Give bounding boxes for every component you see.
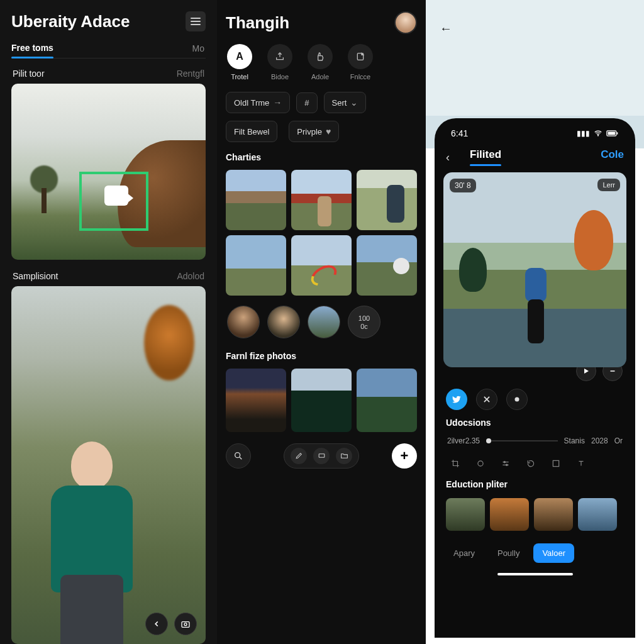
section-udocsions-label: Udocsions	[443, 418, 626, 428]
thumb-autumn-path[interactable]	[226, 170, 286, 230]
share-twitter-button[interactable]	[446, 389, 467, 410]
edit-icon[interactable]	[291, 448, 307, 464]
status-icons: ▮▮▮	[577, 128, 619, 138]
story-2[interactable]	[267, 306, 300, 338]
record-button[interactable]	[506, 389, 528, 410]
hero-photo[interactable]: 30' 8 Lerr	[443, 172, 626, 367]
thumb-gauge[interactable]	[291, 235, 352, 296]
filter-thumb-3[interactable]	[534, 498, 573, 531]
section-pilit-right: Rentgfl	[177, 69, 204, 79]
add-button[interactable]: +	[392, 443, 417, 469]
autumn-tree-graphic	[144, 305, 194, 380]
svg-rect-20	[553, 460, 558, 466]
center-panel: Thangih A Trotel Bidoe Adole	[217, 0, 426, 644]
pill-privple[interactable]: Privple ♥	[289, 121, 339, 142]
thumb-kid-field[interactable]	[357, 170, 417, 230]
timeline-r2: 2028	[591, 436, 608, 445]
tool-circle-icon[interactable]	[472, 455, 489, 472]
thumb-meadow[interactable]	[357, 235, 417, 296]
svg-point-6	[597, 135, 598, 136]
timeline[interactable]: 2ilver 2.35 Stanis 2028 Or	[443, 434, 626, 448]
comment-bubble-icon[interactable]	[104, 186, 128, 206]
story-badge-bot: 0c	[360, 323, 368, 330]
thumb-sunset[interactable]	[226, 369, 286, 432]
tab-poully[interactable]: Poully	[489, 543, 528, 563]
section-farni-label: Farnl fize photos	[226, 348, 417, 361]
folder-icon[interactable]	[336, 448, 352, 464]
thumb-pines[interactable]	[291, 369, 352, 432]
app-title: Uberaity Adace	[11, 12, 130, 31]
pill-sort[interactable]: Sert ⌄	[324, 92, 367, 113]
tab-free-toms[interactable]: Free toms	[11, 39, 53, 58]
nav-adole-label: Adole	[311, 73, 329, 80]
pill-old-time[interactable]: Oldl Trme →	[226, 92, 290, 113]
tool-frame-icon[interactable]	[548, 455, 564, 472]
section-pilit-label: Pilit toor	[13, 69, 45, 79]
menu-button[interactable]	[186, 11, 206, 31]
nav-fnlcce[interactable]: Fnlcce	[348, 44, 373, 80]
svg-point-1	[184, 623, 187, 626]
story-badge[interactable]: 100 0c	[348, 306, 380, 338]
tab-apary[interactable]: Apary	[445, 543, 484, 563]
nav-trotel-label: Trotel	[231, 73, 248, 80]
pill-sort-label: Sert	[332, 98, 347, 108]
svg-line-4	[240, 457, 242, 459]
tab-valoer[interactable]: Valoer	[533, 543, 574, 563]
timeline-bar[interactable]	[486, 440, 558, 441]
prev-button[interactable]	[145, 613, 168, 635]
filter-thumb-1[interactable]	[446, 498, 485, 531]
timeline-r1: Stanis	[564, 436, 585, 445]
filter-thumb-2[interactable]	[490, 498, 529, 531]
story-1[interactable]	[227, 306, 260, 338]
pill-filt-bewel[interactable]: Filt Bewel	[226, 121, 277, 142]
thumb-sky-field[interactable]	[226, 235, 286, 296]
nav-bidoe-label: Bidoe	[271, 73, 289, 80]
home-indicator[interactable]	[497, 573, 573, 575]
hero-tree-left	[458, 248, 487, 317]
filter-strip[interactable]	[443, 496, 626, 533]
photo-horse-field[interactable]	[11, 84, 206, 260]
phone-frame: 6:41 ▮▮▮ ‹ Filited Cole 30' 8 Le	[435, 118, 635, 638]
hero-tree-right	[574, 210, 614, 304]
search-button[interactable]	[226, 443, 251, 469]
note-icon	[348, 44, 373, 69]
tree-graphic	[26, 159, 62, 216]
tab-filited[interactable]: Filited	[470, 148, 501, 166]
signal-icon: ▮▮▮	[577, 129, 590, 138]
photo-woman-field[interactable]	[11, 286, 206, 644]
nav-bidoe[interactable]: Bidoe	[267, 44, 292, 80]
tool-adjust-icon[interactable]	[497, 455, 514, 472]
filter-thumb-4[interactable]	[578, 498, 617, 531]
close-button[interactable]	[476, 389, 497, 410]
tool-crop-icon[interactable]	[447, 455, 464, 472]
user-avatar[interactable]	[394, 11, 417, 34]
battery-icon	[606, 130, 619, 137]
wifi-icon	[594, 129, 602, 138]
svg-point-14	[515, 397, 519, 402]
right-panel: ← 6:41 ▮▮▮ ‹ Filited Cole	[426, 0, 644, 644]
timeline-far: Or	[614, 436, 623, 445]
thumb-lake[interactable]	[357, 369, 417, 432]
story-3[interactable]	[308, 306, 340, 338]
pill-hash[interactable]: #	[296, 92, 317, 113]
nav-adole[interactable]: Adole	[308, 44, 333, 80]
page-back-icon[interactable]: ←	[440, 21, 452, 36]
rect-icon[interactable]	[313, 448, 330, 464]
status-time: 6:41	[451, 128, 468, 138]
tab-cole[interactable]: Cole	[601, 148, 624, 166]
svg-point-15	[478, 461, 483, 466]
svg-point-18	[504, 462, 505, 463]
chevron-down-icon: ⌄	[350, 97, 358, 108]
timeline-mid: 2.35	[465, 436, 480, 445]
back-chevron-icon[interactable]: ‹	[446, 151, 453, 164]
letter-a-icon: A	[227, 44, 252, 69]
nav-trotel[interactable]: A Trotel	[227, 44, 252, 80]
tab-mo[interactable]: Mo	[192, 43, 206, 53]
thumb-red-tree[interactable]	[291, 170, 352, 230]
tool-text-icon[interactable]	[573, 455, 589, 472]
camera-button[interactable]	[174, 613, 197, 635]
tool-rotate-icon[interactable]	[523, 455, 539, 472]
arrow-right-icon: →	[273, 97, 282, 108]
svg-rect-9	[617, 132, 618, 134]
pill-privple-label: Privple	[297, 127, 322, 136]
